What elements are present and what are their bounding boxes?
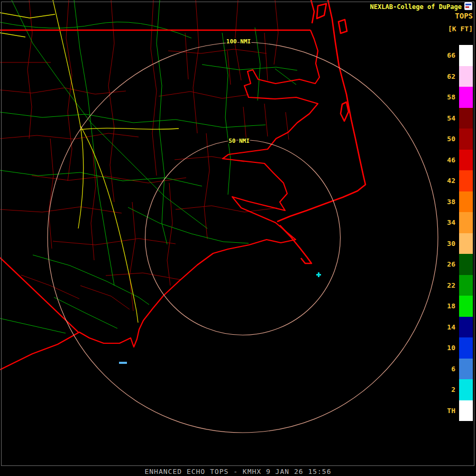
- legend-color-swatch: [459, 212, 473, 233]
- legend-row: 10: [440, 337, 473, 359]
- legend-color-swatch: [459, 108, 473, 129]
- radar-map: 100 NMI 50 NMI: [0, 0, 476, 466]
- legend-row: 14: [440, 317, 473, 338]
- legend-value-label: TH: [440, 407, 455, 415]
- legend-row: 6: [440, 359, 473, 380]
- legend-color-swatch: [459, 296, 473, 317]
- coastline: [0, 30, 319, 370]
- ring-label-100nmi: 100 NMI: [226, 38, 251, 45]
- legend-color-swatch: [459, 337, 473, 359]
- legend-row: 58: [440, 87, 473, 108]
- legend-color-swatch: [459, 170, 473, 191]
- legend-value-label: 62: [440, 72, 455, 80]
- interstate-lines: [0, 0, 179, 323]
- legend-value-label: 34: [440, 218, 455, 226]
- legend-row: 26: [440, 254, 473, 275]
- radar-echoes: [119, 272, 321, 364]
- legend-value-label: 10: [440, 344, 455, 352]
- legend-value-label: 54: [440, 114, 455, 122]
- legend-color-swatch: [459, 400, 473, 422]
- legend-value-label: 42: [440, 177, 455, 185]
- legend-row: 34: [440, 212, 473, 233]
- echo-return: [318, 272, 319, 277]
- legend-value-label: 2: [440, 386, 455, 393]
- state-border-lines: [0, 30, 310, 332]
- legend-color-swatch: [459, 233, 473, 254]
- legend-color-swatch: [459, 359, 473, 380]
- legend-color-swatch: [459, 66, 473, 87]
- legend-row: 46: [440, 150, 473, 171]
- legend-row: 54: [440, 108, 473, 129]
- legend-value-label: 22: [440, 281, 455, 289]
- legend-color-swatch: [459, 45, 473, 66]
- legend-value-label: 58: [440, 93, 455, 101]
- legend-color-swatch: [459, 191, 473, 213]
- legend-value-label: 14: [440, 323, 455, 331]
- echo-tops-legend: TOPS [K FT] 6662585450464238343026221814…: [440, 12, 473, 421]
- legend-color-swatch: [459, 379, 473, 400]
- legend-color-swatch: [459, 150, 473, 171]
- legend-value-label: 38: [440, 198, 455, 206]
- county-lines: [0, 0, 289, 311]
- legend-value-label: 46: [440, 156, 455, 164]
- legend-row: 22: [440, 275, 473, 296]
- legend-row: 38: [440, 191, 473, 213]
- legend-row: TH: [440, 400, 473, 422]
- legend-row: 66: [440, 45, 473, 66]
- legend-row: 42: [440, 170, 473, 191]
- legend-value-label: 30: [440, 240, 455, 248]
- legend-row: 50: [440, 129, 473, 150]
- product-caption: ENHANCED ECHO TOPS - KMHX 9 JAN 26 15:56: [0, 468, 476, 475]
- cod-logo-icon: [464, 2, 472, 10]
- legend-value-label: 50: [440, 135, 455, 143]
- road-lines: [0, 0, 297, 333]
- legend-color-swatch: [459, 275, 473, 296]
- legend-value-label: 6: [440, 365, 455, 373]
- legend-value-label: 18: [440, 302, 455, 310]
- echo-return: [119, 362, 127, 364]
- legend-value-label: 26: [440, 260, 455, 268]
- legend-color-swatch: [459, 254, 473, 275]
- outer-banks: [277, 0, 365, 263]
- legend-units: [K FT]: [448, 25, 473, 33]
- legend-row: 62: [440, 66, 473, 87]
- legend-scale: 66625854504642383430262218141062TH: [440, 45, 473, 421]
- legend-row: 30: [440, 233, 473, 254]
- legend-value-label: 66: [440, 51, 455, 59]
- legend-color-swatch: [459, 87, 473, 108]
- legend-row: 18: [440, 296, 473, 317]
- credit-text: NEXLAB-College of DuPage: [370, 3, 462, 11]
- legend-color-swatch: [459, 317, 473, 338]
- legend-color-swatch: [459, 129, 473, 150]
- legend-title: TOPS: [455, 12, 473, 20]
- ring-label-50nmi: 50 NMI: [228, 138, 250, 144]
- legend-row: 2: [440, 379, 473, 400]
